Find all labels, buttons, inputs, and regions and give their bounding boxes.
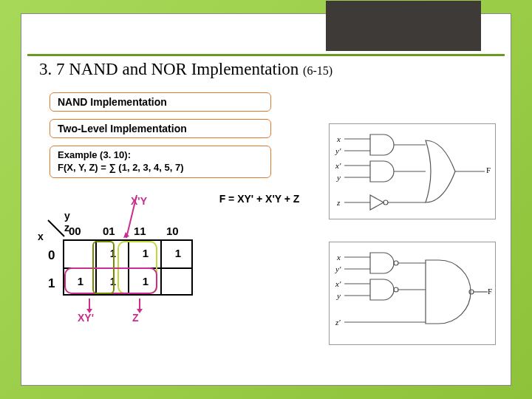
c2-zp: z' — [335, 318, 341, 327]
group-label-z: Z — [132, 312, 139, 324]
example-formula: F(X, Y, Z) = ∑ (1, 2, 3, 4, 5, 7) — [58, 162, 263, 174]
heading-nand: NAND Implementation — [50, 92, 271, 112]
svg-point-26 — [469, 290, 474, 294]
example-box: Example (3. 10): F(X, Y, Z) = ∑ (1, 2, 3… — [50, 146, 271, 178]
c1-z: z — [337, 198, 340, 207]
cell-0-10: 1 — [171, 247, 185, 259]
circuit-diagram-2: x y' x' y z' F — [329, 242, 496, 345]
col-10: 10 — [166, 225, 179, 237]
arrow-z-icon — [134, 299, 149, 313]
circuit-diagram-1: x y' x' y z F — [329, 123, 496, 219]
slide-frame: 3. 7 NAND and NOR Implementation (6-15) … — [21, 13, 511, 386]
kmap-x-label: x — [38, 231, 44, 242]
c2-xp: x' — [335, 279, 341, 288]
example-label: Example (3. 10): — [58, 149, 263, 162]
dark-corner-box — [326, 1, 481, 51]
c1-y: y — [337, 173, 341, 182]
slide-title: 3. 7 NAND and NOR Implementation (6-15) — [39, 60, 332, 79]
svg-marker-1 — [123, 232, 129, 238]
heading-two-level: Two-Level Implementation — [50, 119, 271, 138]
row-0: 0 — [48, 248, 55, 263]
c1-f: F — [486, 166, 491, 174]
col-01: 01 — [103, 225, 115, 237]
group-label-xyp: XY' — [78, 312, 94, 324]
c1-yp: y' — [335, 146, 341, 155]
title-underline — [27, 54, 505, 56]
svg-line-2 — [48, 220, 64, 236]
kmap-group-3 — [92, 241, 115, 294]
title-sub: (6-15) — [303, 64, 332, 77]
col-00: 00 — [69, 225, 81, 237]
col-11: 11 — [134, 225, 146, 237]
c2-yp: y' — [335, 265, 341, 273]
kmap-diagonal-icon — [45, 217, 67, 239]
svg-point-21 — [394, 287, 398, 292]
row-1: 1 — [48, 276, 55, 291]
result-equation: F = XY' + X'Y + Z — [205, 191, 314, 207]
circuit-2-svg — [330, 242, 497, 346]
c2-x: x — [337, 253, 341, 262]
circuit-1-svg — [330, 124, 497, 220]
arrow-xyp-icon — [83, 299, 98, 313]
svg-point-17 — [394, 261, 398, 265]
c1-xp: x' — [335, 161, 341, 170]
title-main: 3. 7 NAND and NOR Implementation — [39, 60, 303, 78]
c1-x: x — [337, 134, 341, 143]
c2-f: F — [488, 287, 492, 296]
c2-y: y — [337, 291, 341, 300]
